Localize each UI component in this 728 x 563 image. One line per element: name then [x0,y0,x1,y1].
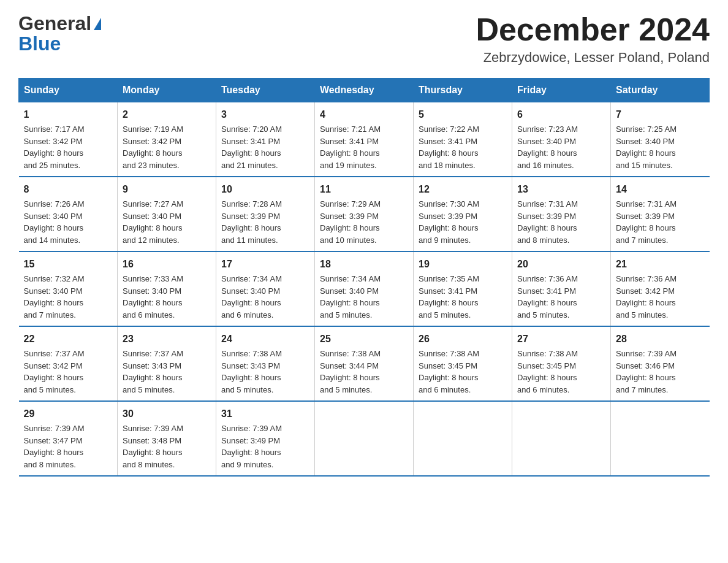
day-number: 4 [320,107,408,122]
day-number: 18 [320,257,408,272]
calendar-cell: 4Sunrise: 7:21 AM Sunset: 3:41 PM Daylig… [315,102,414,177]
day-info: Sunrise: 7:37 AM Sunset: 3:43 PM Dayligh… [123,348,211,396]
title-area: December 2024 Zebrzydowice, Lesser Polan… [476,12,710,66]
day-info: Sunrise: 7:19 AM Sunset: 3:42 PM Dayligh… [123,123,211,171]
calendar-cell: 9Sunrise: 7:27 AM Sunset: 3:40 PM Daylig… [118,177,216,251]
calendar-cell: 8Sunrise: 7:26 AM Sunset: 3:40 PM Daylig… [19,177,118,251]
day-info: Sunrise: 7:39 AM Sunset: 3:47 PM Dayligh… [24,423,113,470]
weekday-header-row: SundayMondayTuesdayWednesdayThursdayFrid… [19,79,710,102]
weekday-header-friday: Friday [512,79,611,102]
calendar-cell: 2Sunrise: 7:19 AM Sunset: 3:42 PM Daylig… [118,102,216,177]
calendar-cell: 24Sunrise: 7:38 AM Sunset: 3:43 PM Dayli… [216,326,315,401]
day-info: Sunrise: 7:34 AM Sunset: 3:40 PM Dayligh… [221,273,309,321]
day-number: 23 [123,332,211,347]
logo-line2: Blue [18,33,61,55]
day-number: 22 [24,332,113,347]
day-number: 16 [123,257,211,272]
day-number: 25 [320,332,408,347]
location-title: Zebrzydowice, Lesser Poland, Poland [476,50,710,66]
day-number: 17 [221,257,309,272]
day-number: 28 [616,332,705,347]
calendar-cell: 12Sunrise: 7:30 AM Sunset: 3:39 PM Dayli… [414,177,512,251]
calendar-cell [315,401,414,476]
day-number: 8 [24,182,113,197]
day-info: Sunrise: 7:38 AM Sunset: 3:43 PM Dayligh… [221,348,309,396]
day-info: Sunrise: 7:30 AM Sunset: 3:39 PM Dayligh… [419,198,507,246]
calendar-cell: 17Sunrise: 7:34 AM Sunset: 3:40 PM Dayli… [216,251,315,326]
calendar-cell: 31Sunrise: 7:39 AM Sunset: 3:49 PM Dayli… [216,401,315,476]
day-info: Sunrise: 7:20 AM Sunset: 3:41 PM Dayligh… [221,123,309,171]
day-number: 15 [24,257,113,272]
calendar-cell: 11Sunrise: 7:29 AM Sunset: 3:39 PM Dayli… [315,177,414,251]
calendar-cell: 1Sunrise: 7:17 AM Sunset: 3:42 PM Daylig… [19,102,118,177]
day-info: Sunrise: 7:38 AM Sunset: 3:45 PM Dayligh… [517,348,605,396]
calendar-week-row: 1Sunrise: 7:17 AM Sunset: 3:42 PM Daylig… [19,102,710,177]
day-number: 3 [221,107,309,122]
weekday-header-sunday: Sunday [19,79,118,102]
day-info: Sunrise: 7:39 AM Sunset: 3:46 PM Dayligh… [616,348,705,396]
weekday-header-wednesday: Wednesday [315,79,414,102]
day-number: 9 [123,182,211,197]
weekday-header-monday: Monday [118,79,216,102]
day-number: 1 [24,107,113,122]
day-number: 26 [419,332,507,347]
calendar-cell [414,401,512,476]
calendar-cell: 7Sunrise: 7:25 AM Sunset: 3:40 PM Daylig… [611,102,710,177]
day-info: Sunrise: 7:34 AM Sunset: 3:40 PM Dayligh… [320,273,408,321]
day-info: Sunrise: 7:32 AM Sunset: 3:40 PM Dayligh… [24,273,113,321]
month-title: December 2024 [476,12,710,47]
calendar-table: SundayMondayTuesdayWednesdayThursdayFrid… [18,78,710,477]
day-number: 29 [24,407,113,421]
calendar-cell: 6Sunrise: 7:23 AM Sunset: 3:40 PM Daylig… [512,102,611,177]
day-info: Sunrise: 7:27 AM Sunset: 3:40 PM Dayligh… [123,198,211,246]
calendar-cell: 10Sunrise: 7:28 AM Sunset: 3:39 PM Dayli… [216,177,315,251]
day-info: Sunrise: 7:37 AM Sunset: 3:42 PM Dayligh… [24,348,113,396]
calendar-cell: 21Sunrise: 7:36 AM Sunset: 3:42 PM Dayli… [611,251,710,326]
calendar-cell: 14Sunrise: 7:31 AM Sunset: 3:39 PM Dayli… [611,177,710,251]
calendar-cell: 26Sunrise: 7:38 AM Sunset: 3:45 PM Dayli… [414,326,512,401]
day-info: Sunrise: 7:29 AM Sunset: 3:39 PM Dayligh… [320,198,408,246]
calendar-cell: 16Sunrise: 7:33 AM Sunset: 3:40 PM Dayli… [118,251,216,326]
day-number: 2 [123,107,211,122]
calendar-cell: 28Sunrise: 7:39 AM Sunset: 3:46 PM Dayli… [611,326,710,401]
day-info: Sunrise: 7:17 AM Sunset: 3:42 PM Dayligh… [24,123,113,171]
day-number: 7 [616,107,705,122]
day-info: Sunrise: 7:31 AM Sunset: 3:39 PM Dayligh… [616,198,705,246]
logo-line1: General [18,12,101,35]
calendar-cell: 19Sunrise: 7:35 AM Sunset: 3:41 PM Dayli… [414,251,512,326]
day-info: Sunrise: 7:36 AM Sunset: 3:42 PM Dayligh… [616,273,705,321]
day-number: 30 [123,407,211,421]
calendar-week-row: 29Sunrise: 7:39 AM Sunset: 3:47 PM Dayli… [19,401,710,476]
day-info: Sunrise: 7:22 AM Sunset: 3:41 PM Dayligh… [419,123,507,171]
calendar-cell: 15Sunrise: 7:32 AM Sunset: 3:40 PM Dayli… [19,251,118,326]
logo-triangle-icon [94,18,101,30]
calendar-cell: 22Sunrise: 7:37 AM Sunset: 3:42 PM Dayli… [19,326,118,401]
calendar-cell: 30Sunrise: 7:39 AM Sunset: 3:48 PM Dayli… [118,401,216,476]
calendar-cell [512,401,611,476]
day-number: 27 [517,332,605,347]
day-info: Sunrise: 7:25 AM Sunset: 3:40 PM Dayligh… [616,123,705,171]
day-info: Sunrise: 7:36 AM Sunset: 3:41 PM Dayligh… [517,273,605,321]
calendar-cell: 20Sunrise: 7:36 AM Sunset: 3:41 PM Dayli… [512,251,611,326]
day-number: 10 [221,182,309,197]
day-info: Sunrise: 7:28 AM Sunset: 3:39 PM Dayligh… [221,198,309,246]
day-number: 12 [419,182,507,197]
day-number: 31 [221,407,309,421]
calendar-cell: 13Sunrise: 7:31 AM Sunset: 3:39 PM Dayli… [512,177,611,251]
day-number: 24 [221,332,309,347]
calendar-cell: 27Sunrise: 7:38 AM Sunset: 3:45 PM Dayli… [512,326,611,401]
day-info: Sunrise: 7:33 AM Sunset: 3:40 PM Dayligh… [123,273,211,321]
logo: General Blue [18,12,101,55]
day-info: Sunrise: 7:31 AM Sunset: 3:39 PM Dayligh… [517,198,605,246]
day-info: Sunrise: 7:21 AM Sunset: 3:41 PM Dayligh… [320,123,408,171]
day-number: 14 [616,182,705,197]
calendar-cell: 29Sunrise: 7:39 AM Sunset: 3:47 PM Dayli… [19,401,118,476]
day-info: Sunrise: 7:35 AM Sunset: 3:41 PM Dayligh… [419,273,507,321]
day-number: 11 [320,182,408,197]
calendar-cell: 25Sunrise: 7:38 AM Sunset: 3:44 PM Dayli… [315,326,414,401]
day-info: Sunrise: 7:39 AM Sunset: 3:48 PM Dayligh… [123,423,211,470]
day-info: Sunrise: 7:39 AM Sunset: 3:49 PM Dayligh… [221,423,309,470]
day-number: 13 [517,182,605,197]
page-header: General Blue December 2024 Zebrzydowice,… [18,12,710,66]
day-info: Sunrise: 7:26 AM Sunset: 3:40 PM Dayligh… [24,198,113,246]
